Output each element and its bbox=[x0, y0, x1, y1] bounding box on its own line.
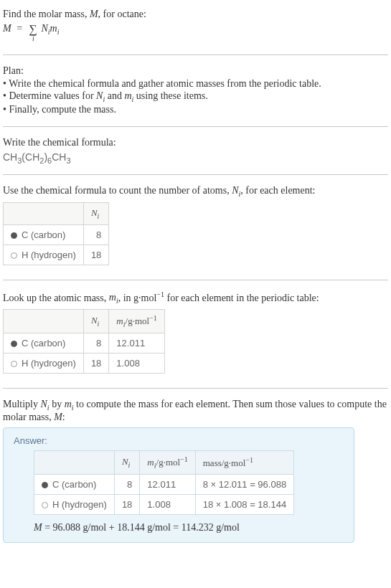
compute-title: Multiply Ni by mi to compute the mass fo… bbox=[3, 399, 388, 423]
filled-dot-icon bbox=[11, 232, 17, 239]
table-row: C (carbon) 8 bbox=[4, 224, 109, 245]
intro-equation: M = ∑ i Nimi bbox=[3, 23, 388, 36]
col-mass: mass/g·mol−1 bbox=[195, 450, 293, 474]
table-header-row: Ni mi/g·mol−1 bbox=[4, 310, 165, 333]
col-N: Ni bbox=[83, 203, 108, 225]
element-cell: C (carbon) bbox=[4, 333, 84, 354]
hollow-dot-icon bbox=[11, 361, 17, 367]
col-N: Ni bbox=[114, 450, 139, 474]
atom-count-table: Ni C (carbon) 8 H (hydrogen) 18 bbox=[3, 202, 109, 265]
blank-header bbox=[34, 450, 115, 474]
element-cell: H (hydrogen) bbox=[4, 354, 84, 374]
eq-N: N bbox=[41, 23, 47, 34]
plan-item: • Write the chemical formula and gather … bbox=[3, 78, 388, 90]
atomic-mass-section: Look up the atomic mass, mi, in g·mol−1 … bbox=[3, 286, 388, 382]
intro-line1: Find the molar mass, M, for octane: bbox=[3, 9, 388, 20]
mass-cell: 18 × 1.008 = 18.144 bbox=[195, 494, 293, 514]
intro-section: Find the molar mass, M, for octane: M = … bbox=[3, 4, 388, 49]
answer-box: Answer: Ni mi/g·mol−1 mass/g·mol−1 C (ca… bbox=[3, 427, 354, 543]
plan-item: • Finally, compute the mass. bbox=[3, 104, 388, 115]
hollow-dot-icon bbox=[11, 252, 17, 259]
n-cell: 18 bbox=[83, 245, 108, 265]
n-cell: 18 bbox=[114, 494, 139, 514]
eq-m: m bbox=[50, 23, 57, 34]
m-cell: 1.008 bbox=[109, 354, 164, 374]
col-m: mi/g·mol−1 bbox=[140, 450, 195, 474]
plan-list: • Write the chemical formula and gather … bbox=[3, 78, 388, 115]
divider bbox=[3, 388, 388, 389]
blank-header bbox=[4, 310, 84, 333]
chemical-formula: CH3(CH2)6CH3 bbox=[3, 151, 388, 165]
count-atoms-section: Use the chemical formula to count the nu… bbox=[3, 181, 388, 273]
chem-formula-title: Write the chemical formula: bbox=[3, 137, 388, 148]
filled-dot-icon bbox=[11, 341, 17, 347]
table-row: H (hydrogen) 18 bbox=[4, 245, 109, 265]
mass-cell: 8 × 12.011 = 96.088 bbox=[195, 474, 293, 494]
compute-section: Multiply Ni by mi to compute the mass fo… bbox=[3, 394, 388, 547]
sigma-symbol: ∑ i bbox=[29, 24, 37, 35]
element-cell: C (carbon) bbox=[4, 224, 84, 245]
divider bbox=[3, 126, 388, 127]
element-cell: H (hydrogen) bbox=[4, 245, 84, 265]
divider bbox=[3, 174, 388, 175]
hollow-dot-icon bbox=[42, 502, 48, 508]
element-cell: C (carbon) bbox=[34, 474, 115, 494]
table-header-row: Ni mi/g·mol−1 mass/g·mol−1 bbox=[34, 450, 294, 474]
plan-item: • Determine values for Ni and mi using t… bbox=[3, 90, 388, 103]
m-cell: 1.008 bbox=[140, 494, 195, 514]
atomic-mass-table: Ni mi/g·mol−1 C (carbon) 8 12.011 H (hyd… bbox=[3, 309, 165, 374]
plan-section: Plan: • Write the chemical formula and g… bbox=[3, 61, 388, 120]
answer-result: M = 96.088 g/mol + 18.144 g/mol = 114.23… bbox=[34, 522, 344, 534]
m-cell: 12.011 bbox=[109, 333, 164, 354]
plan-title: Plan: bbox=[3, 65, 388, 77]
intro-text: Find the molar mass, bbox=[3, 9, 90, 19]
count-atoms-title: Use the chemical formula to count the nu… bbox=[3, 185, 388, 198]
col-N: Ni bbox=[83, 310, 108, 333]
m-cell: 12.011 bbox=[140, 474, 195, 494]
eq-equals: = bbox=[17, 23, 22, 34]
blank-header bbox=[4, 203, 84, 225]
table-row: C (carbon) 8 12.011 bbox=[4, 333, 165, 354]
table-header-row: Ni bbox=[4, 203, 109, 225]
intro-text2: , for octane: bbox=[98, 9, 146, 19]
divider bbox=[3, 280, 388, 280]
col-m: mi/g·mol−1 bbox=[109, 310, 164, 333]
n-cell: 8 bbox=[83, 224, 108, 245]
eq-lhs: M bbox=[3, 23, 11, 34]
answer-label: Answer: bbox=[14, 435, 344, 446]
atomic-mass-title: Look up the atomic mass, mi, in g·mol−1 … bbox=[3, 290, 388, 305]
n-cell: 18 bbox=[83, 354, 108, 374]
n-cell: 8 bbox=[83, 333, 108, 354]
filled-dot-icon bbox=[42, 482, 48, 488]
chem-formula-section: Write the chemical formula: CH3(CH2)6CH3 bbox=[3, 133, 388, 169]
table-row: C (carbon) 8 12.011 8 × 12.011 = 96.088 bbox=[34, 474, 294, 494]
table-row: H (hydrogen) 18 1.008 bbox=[4, 354, 165, 374]
n-cell: 8 bbox=[114, 474, 139, 494]
answer-table: Ni mi/g·mol−1 mass/g·mol−1 C (carbon) 8 … bbox=[34, 450, 294, 515]
table-row: H (hydrogen) 18 1.008 18 × 1.008 = 18.14… bbox=[34, 494, 294, 514]
element-cell: H (hydrogen) bbox=[34, 494, 115, 514]
intro-var-M: M bbox=[90, 9, 98, 19]
divider bbox=[3, 54, 388, 55]
